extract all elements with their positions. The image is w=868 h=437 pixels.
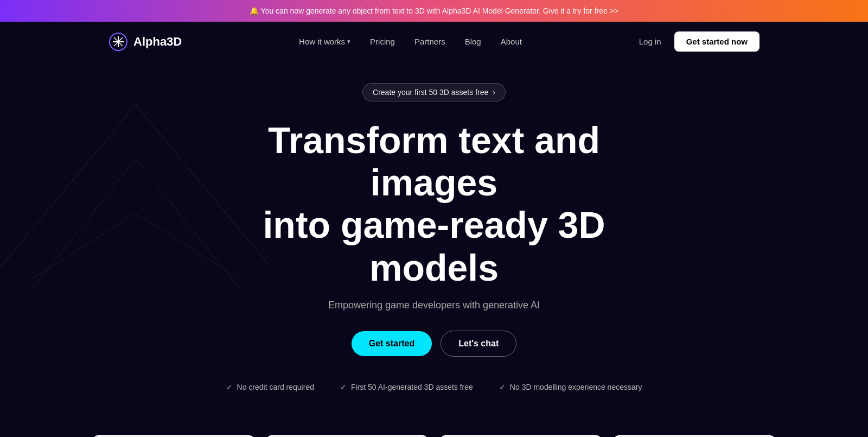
badge-arrow-icon: › — [493, 88, 495, 97]
shoe-image-area — [265, 435, 430, 437]
hero-buttons: Get started Let's chat — [0, 331, 868, 357]
card-among-us[interactable]: Among us character ... — [438, 435, 603, 437]
trust-item-no-experience: ✓ No 3D modelling experience necessary — [499, 383, 642, 391]
nav-label-blog: Blog — [465, 37, 481, 46]
badge-pill[interactable]: Create your first 50 3D assets free › — [362, 83, 506, 102]
hero-subtitle: Empowering game developers with generati… — [0, 300, 868, 311]
cards-row: Jellyfish ... 3D — [0, 435, 868, 437]
announcement-banner[interactable]: 🔔 You can now generate any object from t… — [0, 0, 868, 22]
nav-label-about: About — [501, 37, 522, 46]
nav-get-started-button[interactable]: Get started now — [674, 31, 760, 52]
trust-item-no-cc: ✓ No credit card required — [226, 383, 314, 391]
card-jellyfish[interactable]: Jellyfish ... — [91, 435, 256, 437]
check-icon-3: ✓ — [499, 383, 506, 391]
nav-item-partners[interactable]: Partners — [414, 37, 445, 47]
logo-icon — [108, 32, 128, 52]
login-link[interactable]: Log in — [639, 37, 661, 46]
check-icon-1: ✓ — [226, 383, 233, 391]
nav-item-how-it-works[interactable]: How it works ▾ — [299, 37, 350, 46]
chevron-down-icon: ▾ — [347, 38, 350, 45]
trust-item-free-assets: ✓ First 50 AI-generated 3D assets free — [340, 383, 473, 391]
nav-item-pricing[interactable]: Pricing — [370, 37, 395, 47]
hero-section: Create your first 50 3D assets free › Tr… — [0, 61, 868, 435]
badge-text: Create your first 50 3D assets free — [373, 88, 488, 97]
bell-icon: 🔔 — [250, 7, 259, 15]
hero-content: Create your first 50 3D assets free › Tr… — [0, 83, 868, 391]
trust-badges: ✓ No credit card required ✓ First 50 AI-… — [0, 383, 868, 391]
nav-label-pricing: Pricing — [370, 37, 395, 46]
hero-title: Transform text and images into game-read… — [222, 119, 646, 289]
navbar: Alpha3D How it works ▾ Pricing Partners … — [0, 22, 868, 61]
jellyfish-image-area — [91, 435, 256, 437]
nav-right: Log in Get started now — [639, 31, 760, 52]
card-shoe[interactable]: 3D — [265, 435, 430, 437]
nav-item-about[interactable]: About — [501, 37, 522, 47]
card-sofa[interactable]: 3D — [612, 435, 777, 437]
logo[interactable]: Alpha3D — [108, 32, 182, 52]
nav-links: How it works ▾ Pricing Partners Blog Abo… — [299, 37, 522, 47]
sofa-image-area — [612, 435, 777, 437]
nav-item-blog[interactable]: Blog — [465, 37, 481, 47]
trust-label-3: No 3D modelling experience necessary — [510, 383, 642, 391]
among-us-image-area — [438, 435, 603, 437]
check-icon-2: ✓ — [340, 383, 347, 391]
hero-lets-chat-button[interactable]: Let's chat — [441, 331, 516, 357]
banner-text: You can now generate any object from tex… — [261, 7, 618, 15]
trust-label-1: No credit card required — [237, 383, 314, 391]
nav-label-how-it-works: How it works — [299, 37, 345, 46]
trust-label-2: First 50 AI-generated 3D assets free — [351, 383, 473, 391]
nav-label-partners: Partners — [414, 37, 445, 46]
hero-get-started-button[interactable]: Get started — [352, 331, 432, 356]
logo-text: Alpha3D — [133, 35, 182, 49]
